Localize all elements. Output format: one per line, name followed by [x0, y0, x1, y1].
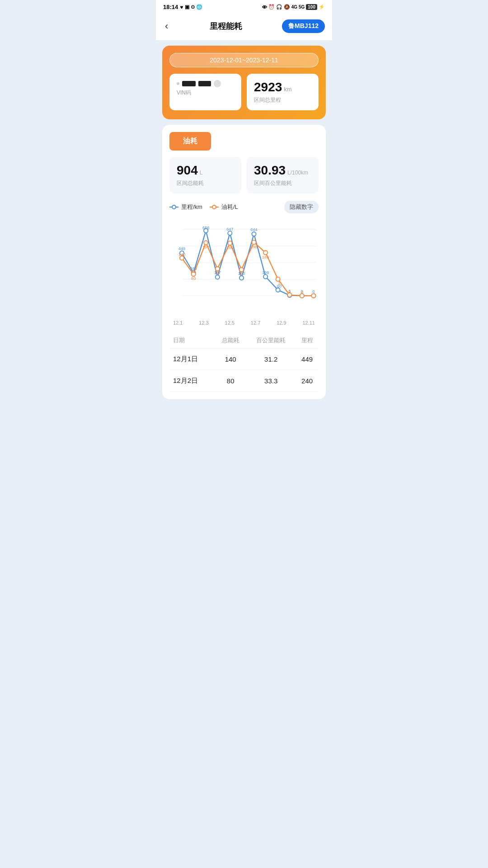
- cell-total: 80: [215, 370, 246, 392]
- date-range-selector[interactable]: 2023-12-01~2023-12-11: [169, 53, 319, 67]
- cell-mileage: 240: [296, 370, 319, 392]
- orange-dot-11: [311, 294, 315, 298]
- plate-badge: 鲁MBJ112: [282, 19, 325, 33]
- x-axis-labels: 12.1 12.3 12.5 12.7 12.9 12.11: [169, 320, 319, 326]
- status-time-area: 18:14 ♥ ▣ ⊙ 🌐: [163, 4, 203, 10]
- orange-label-9: 0: [288, 289, 291, 294]
- bell-icon: 🔕: [284, 4, 290, 10]
- orange-label-5: 97: [239, 272, 244, 276]
- orange-dot-7: [263, 250, 267, 255]
- orange-dot-2: [204, 241, 208, 245]
- blue-label-4: 647: [226, 227, 233, 231]
- blue-dot-5: [239, 276, 244, 280]
- vin-box: VIN码: [169, 74, 241, 110]
- orange-dot-3: [216, 267, 220, 271]
- time: 18:14: [163, 4, 178, 10]
- blue-label-2: 686: [202, 226, 209, 230]
- blue-dot-icon: [172, 205, 176, 209]
- orange-label-3: 99: [215, 271, 220, 275]
- orange-polyline: [182, 242, 314, 296]
- mileage-unit: km: [284, 86, 291, 93]
- orange-dot-icon: [212, 205, 216, 209]
- vin-dot1: [177, 82, 179, 85]
- x-label-5: 12.11: [302, 320, 315, 326]
- col-mileage: 里程: [296, 333, 319, 349]
- signal-4g: 4G: [291, 5, 297, 9]
- blue-line-icon: [169, 207, 178, 208]
- orange-label-4: 195: [226, 245, 233, 250]
- blue-polyline: [182, 231, 314, 296]
- orange-dot-5: [239, 268, 244, 272]
- orange-line-icon: [210, 207, 219, 208]
- orange-label-6: 198: [250, 245, 257, 249]
- legend-fuel-label: 油耗/L: [221, 203, 238, 211]
- back-button[interactable]: ‹: [163, 19, 170, 34]
- per100km-label: 区间百公里能耗: [254, 179, 311, 187]
- signal-5g: 5G: [299, 5, 305, 9]
- fuel-tab[interactable]: 油耗: [169, 132, 211, 151]
- cell-total: 140: [215, 349, 246, 370]
- page-title: 里程能耗: [210, 21, 242, 32]
- blue-label-11: 0: [312, 289, 314, 294]
- eye-icon: 👁: [262, 5, 267, 10]
- total-energy-label: 区间总能耗: [177, 179, 234, 187]
- status-right-icons: 👁 ⏰ 🎧 🔕 4G 5G 100 ⚡: [262, 4, 325, 10]
- x-label-1: 12.3: [199, 320, 208, 326]
- blue-dot-8: [276, 288, 280, 292]
- blue-dot-4: [228, 231, 232, 235]
- x-label-2: 12.5: [225, 320, 235, 326]
- legend-mileage-label: 里程/km: [181, 203, 202, 211]
- col-per100: 百公里能耗: [246, 333, 296, 349]
- col-date: 日期: [169, 333, 215, 349]
- battery: 100: [306, 4, 317, 10]
- cell-date: 12月1日: [169, 349, 215, 370]
- chart-legend: 里程/km 油耗/L 隐藏数字: [169, 201, 319, 213]
- orange-label-1: 80: [191, 276, 196, 281]
- table-header-row: 日期 总能耗 百公里能耗 里程: [169, 333, 319, 349]
- line-chart: 449 240 686 197 647 195 644 198 60 1 0 0: [169, 217, 319, 316]
- hide-numbers-button[interactable]: 隐藏数字: [284, 201, 319, 213]
- date-stats-card: 2023-12-01~2023-12-11 VIN码 2923 km 区间总里程: [162, 46, 326, 119]
- legend-mileage: 里程/km: [169, 203, 202, 211]
- table-row: 12月2日 80 33.3 240: [169, 370, 319, 392]
- info-row: VIN码 2923 km 区间总里程: [169, 74, 319, 110]
- total-energy-value: 904 L: [177, 163, 234, 178]
- x-label-4: 12.9: [277, 320, 286, 326]
- orange-label-7: 160: [262, 255, 269, 259]
- orange-label-2: 197: [202, 245, 209, 250]
- per100km-unit: L/100km: [287, 170, 308, 176]
- vin-block1: [182, 81, 196, 86]
- col-total: 总能耗: [215, 333, 246, 349]
- cell-date: 12月2日: [169, 370, 215, 392]
- cell-per100: 33.3: [246, 370, 296, 392]
- blue-label-6: 644: [250, 227, 257, 232]
- blue-label-0: 449: [178, 246, 185, 251]
- status-bar: 18:14 ♥ ▣ ⊙ 🌐 👁 ⏰ 🎧 🔕 4G 5G 100 ⚡: [156, 0, 332, 13]
- mileage-box: 2923 km 区间总里程: [247, 74, 319, 110]
- orange-dot-4: [228, 241, 232, 245]
- mileage-value: 2923 km: [254, 80, 311, 94]
- headphone-icon: 🎧: [276, 4, 282, 10]
- page-header: ‹ 里程能耗 鲁MBJ112: [156, 13, 332, 40]
- orange-dot-6: [252, 240, 256, 244]
- vin-value-row: [177, 80, 234, 87]
- x-label-3: 12.7: [251, 320, 260, 326]
- energy-table: 日期 总能耗 百公里能耗 里程 12月1日 140 31.2 449 12月2日…: [169, 333, 319, 392]
- total-energy-unit: L: [200, 170, 203, 176]
- charging-icon: ⚡: [319, 4, 325, 10]
- blue-dot-7: [263, 274, 267, 278]
- blue-label-7: 198: [262, 270, 269, 275]
- heart-icon: ♥: [180, 4, 183, 10]
- cell-per100: 31.2: [246, 349, 296, 370]
- table-row: 12月1日 140 31.2 449: [169, 349, 319, 370]
- energy-stats-row: 904 L 区间总能耗 30.93 L/100km 区间百公里能耗: [169, 157, 319, 193]
- main-content: 2023-12-01~2023-12-11 VIN码 2923 km 区间总里程: [156, 40, 332, 410]
- total-energy-box: 904 L 区间总能耗: [169, 157, 241, 193]
- alarm-icon: ⏰: [268, 4, 275, 10]
- orange-dot-8: [276, 277, 280, 281]
- app-icons: ▣ ⊙ 🌐: [185, 4, 202, 10]
- chart-svg: 449 240 686 197 647 195 644 198 60 1 0 0: [169, 217, 319, 316]
- mileage-label: 区间总里程: [254, 96, 311, 104]
- legend-fuel: 油耗/L: [210, 203, 238, 211]
- blue-dot-3: [216, 275, 220, 279]
